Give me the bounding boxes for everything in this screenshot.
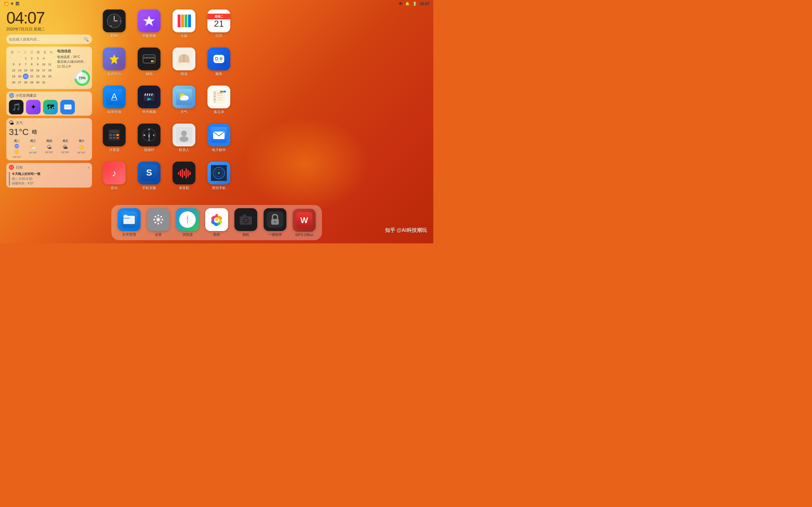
svg-rect-64	[116, 137, 119, 139]
app-membership[interactable]: 会员中心	[98, 48, 130, 82]
svg-text:S: S	[148, 139, 150, 141]
app-contacts[interactable]: 联系人	[168, 124, 200, 158]
svg-rect-58	[109, 130, 119, 133]
app-recorder[interactable]: 录音机	[168, 162, 200, 196]
svg-rect-85	[180, 170, 181, 176]
app-shortcut-label: 平板管家	[142, 34, 156, 38]
app-findphone[interactable]: 查找手机	[203, 162, 235, 196]
svg-point-104	[154, 219, 155, 221]
watermark: 知乎 @AI科技潮玩	[385, 227, 427, 234]
app-calendar[interactable]: 星期二 21 日历	[203, 9, 235, 44]
svg-point-132	[245, 220, 246, 220]
svg-rect-60	[113, 134, 115, 136]
schedule-content: 今天晚上好好吃一顿 周二 4:00-5:00 创建时间：4:07	[12, 172, 40, 186]
appstore-icon-img: A	[103, 86, 125, 108]
dock-browser[interactable]: 浏览器	[176, 208, 199, 237]
cal-cell: 2	[29, 55, 35, 61]
app-theme[interactable]: 主题	[168, 9, 200, 44]
cal-header-sun: 日	[11, 50, 14, 55]
app-compass[interactable]: N E S W 指南针	[133, 124, 165, 158]
search-button[interactable]: 🔍	[83, 36, 90, 43]
schedule-arrow[interactable]: ›	[88, 165, 90, 170]
dock-lockscreen[interactable]: 一键锁屏	[264, 208, 287, 237]
app-service-label: 服务	[215, 72, 222, 76]
dock-wps-label: WPS Office	[295, 233, 313, 237]
schedule-widget: 21 日程 › 今天晚上好好吃一顿 周二 4:00-5:00 创建时间：4:07	[6, 163, 92, 187]
email-icon-img	[207, 124, 230, 147]
app-clock[interactable]: 12 3 时钟	[98, 9, 130, 44]
app-wallet-label: 钱包	[146, 72, 153, 76]
cal-cell: 26	[11, 79, 16, 85]
lockscreen-svg	[267, 211, 283, 228]
app-theme-label: 主题	[181, 34, 188, 38]
svg-rect-133	[243, 215, 246, 217]
dock-camera[interactable]: 相机	[235, 208, 257, 237]
svg-rect-9	[177, 14, 181, 27]
dock-files[interactable]: 文件管理	[118, 208, 141, 237]
suggestion-voice[interactable]: 🎵	[9, 100, 23, 114]
cal-cell: 31	[41, 79, 47, 85]
app-reading-label: 阅读	[181, 72, 188, 76]
battery-icon: 🔋	[412, 2, 417, 6]
cal-cell: 15	[29, 67, 35, 73]
cal-cell: 16	[35, 67, 41, 73]
cal-cell: 17	[41, 67, 47, 73]
findphone-icon-img	[207, 162, 230, 184]
status-icon: 図	[15, 1, 19, 7]
svg-text:A: A	[111, 92, 117, 101]
app-wallet[interactable]: 钱包	[133, 48, 165, 82]
app-appstore[interactable]: A 应用市场	[98, 86, 130, 120]
app-shortcut[interactable]: 平板管家	[133, 9, 165, 44]
cal-cell: 27	[17, 79, 22, 85]
cal-header-mon: 一	[17, 50, 20, 55]
music-svg: ♪	[106, 165, 122, 181]
suggestion-mail[interactable]: ✉️	[60, 100, 75, 114]
app-reading[interactable]: 阅读	[168, 48, 200, 82]
cal-cell: 6	[17, 61, 22, 67]
cal-header-wed: 三	[31, 50, 33, 55]
app-calendar-label: 日历	[215, 34, 222, 38]
svg-point-107	[160, 222, 162, 223]
svg-point-55	[224, 91, 226, 93]
settings-svg	[150, 211, 166, 228]
svg-point-73	[148, 134, 150, 135]
browser-svg	[179, 211, 196, 228]
contacts-svg	[176, 127, 192, 143]
status-bar: 📶 ✈ 図 👁 🔔 🔋 16:07	[0, 0, 433, 8]
cal-cell: 12	[11, 67, 16, 73]
cal-cell: 23	[35, 73, 41, 79]
svg-point-53	[220, 91, 222, 93]
app-calculator[interactable]: 计算器	[98, 124, 130, 158]
suggestion-maps[interactable]: 🗺	[43, 100, 58, 114]
event-time: 周二 4:00-5:00	[12, 177, 40, 181]
camera-icon	[235, 208, 257, 231]
app-service[interactable]: 服务	[203, 48, 235, 82]
app-weather[interactable]: 天气	[168, 86, 200, 120]
app-music[interactable]: ♪ 音乐	[98, 162, 130, 196]
dock-wps[interactable]: W WPS Office	[293, 209, 316, 237]
theme-icon-img	[172, 9, 195, 32]
app-memo[interactable]: 备忘录	[203, 86, 235, 120]
svg-rect-97	[123, 216, 135, 224]
wps-svg: W	[296, 212, 312, 228]
search-input[interactable]	[9, 38, 83, 41]
xiaoyi-icon: 🌀	[9, 93, 14, 98]
shortcut-icon-img	[138, 9, 160, 32]
cal-cell: 8	[29, 61, 35, 67]
compass-icon-img: N E S W	[138, 124, 160, 147]
app-video[interactable]: 华为视频	[133, 86, 165, 120]
dock-photos[interactable]: 图库	[205, 208, 228, 237]
cal-cell: 13	[17, 67, 22, 73]
cal-cell: 20	[17, 73, 22, 79]
search-bar[interactable]: 🔍	[6, 35, 92, 44]
clone-icon-img: S	[138, 162, 160, 184]
cal-header-thu: 四	[37, 50, 40, 55]
app-clone[interactable]: S 手机克隆	[133, 162, 165, 196]
app-email[interactable]: 电子邮件	[203, 124, 235, 158]
dock-lockscreen-label: 一键锁屏	[268, 232, 282, 237]
suggestion-shortcuts[interactable]: ✦	[26, 100, 41, 114]
weather-icon-img	[172, 86, 195, 108]
dock-settings[interactable]: 设置	[147, 208, 170, 237]
svg-point-106	[154, 216, 156, 217]
cal-cell: 22	[29, 73, 35, 79]
